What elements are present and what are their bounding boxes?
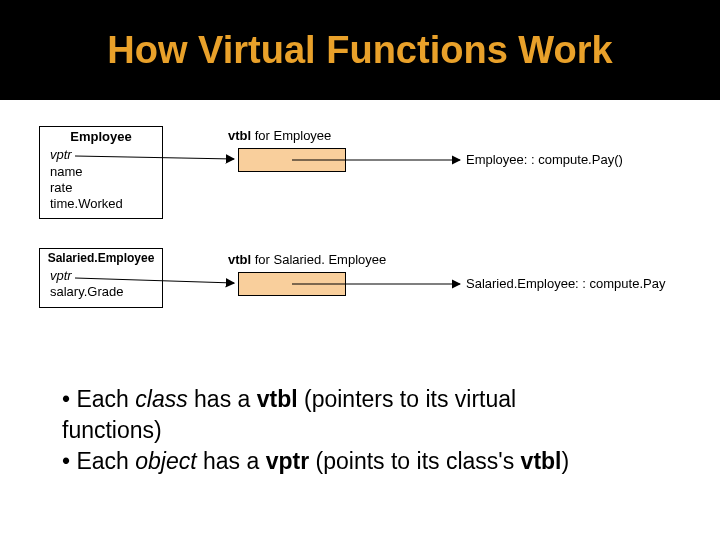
salaried-box-header: Salaried.Employee [40, 249, 162, 266]
employee-vtbl-label-rest: for Employee [251, 128, 331, 143]
bullet-1-pre: • Each [62, 386, 135, 412]
employee-vtbl-label-bold: vtbl [228, 128, 251, 143]
employee-box: Employee vptr name rate time.Worked [39, 126, 163, 219]
salaried-box-body: vptr salary.Grade [40, 266, 162, 307]
bullet-1-vtbl-bold: vtbl [257, 386, 298, 412]
salaried-vtbl-label-bold: vtbl [228, 252, 251, 267]
bullet-2-vtbl-bold: vtbl [521, 448, 562, 474]
salaried-vtbl-box [238, 272, 346, 296]
title-bar: How Virtual Functions Work [0, 0, 720, 100]
bullet-2-mid: has a [197, 448, 266, 474]
bullet-block: • Each class has a vtbl (pointers to its… [62, 384, 672, 477]
bullet-1-line1: • Each class has a vtbl (pointers to its… [62, 384, 672, 415]
bullet-2-end: ) [562, 448, 570, 474]
bullet-2-object-italic: object [135, 448, 196, 474]
bullet-1-post: (pointers to its virtual [298, 386, 517, 412]
salaried-field-salarygrade: salary.Grade [50, 284, 154, 300]
bullet-2-vptr-bold: vptr [266, 448, 309, 474]
bullet-2-line1: • Each object has a vptr (points to its … [62, 446, 672, 477]
employee-field-rate: rate [50, 180, 154, 196]
bullet-1-class-italic: class [135, 386, 187, 412]
employee-vptr-field: vptr [50, 147, 154, 163]
salaried-box: Salaried.Employee vptr salary.Grade [39, 248, 163, 308]
slide-title: How Virtual Functions Work [107, 29, 612, 72]
employee-vtbl-label: vtbl for Employee [228, 128, 331, 143]
bullet-2-pre: • Each [62, 448, 135, 474]
bullet-1-line2: functions) [62, 415, 672, 446]
salaried-vtbl-label-rest: for Salaried. Employee [251, 252, 386, 267]
employee-box-header: Employee [40, 127, 162, 145]
salaried-vtbl-label: vtbl for Salaried. Employee [228, 252, 386, 267]
salaried-fn-label: Salaried.Employee: : compute.Pay [466, 276, 665, 291]
bullet-2-post: (points to its class's [309, 448, 520, 474]
employee-field-timeworked: time.Worked [50, 196, 154, 212]
salaried-vptr-field: vptr [50, 268, 154, 284]
employee-fn-label: Employee: : compute.Pay() [466, 152, 623, 167]
employee-vtbl-box [238, 148, 346, 172]
bullet-1-mid: has a [188, 386, 257, 412]
employee-box-body: vptr name rate time.Worked [40, 145, 162, 218]
employee-field-name: name [50, 164, 154, 180]
